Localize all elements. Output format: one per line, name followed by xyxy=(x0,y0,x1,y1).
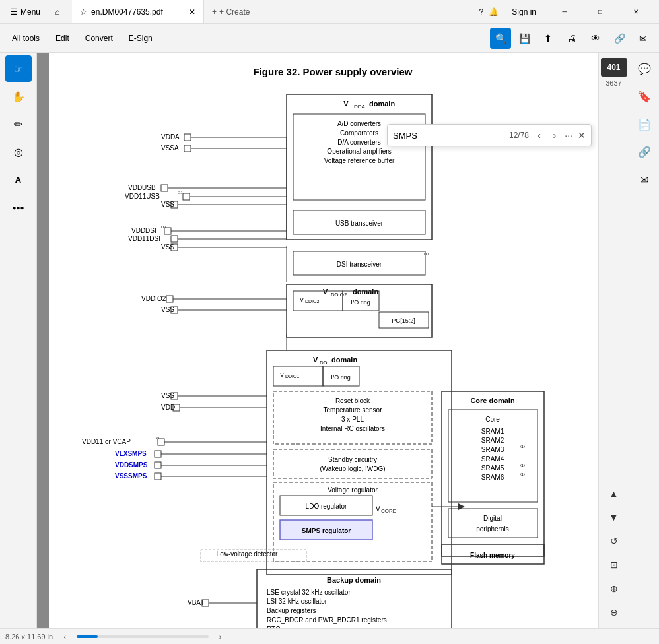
search-more-button[interactable]: ··· xyxy=(565,130,572,141)
svg-text:LDO regulator: LDO regulator xyxy=(306,503,347,510)
sign-in-button[interactable]: Sign in xyxy=(504,5,544,19)
svg-text:SRAM1: SRAM1 xyxy=(481,428,504,435)
svg-text:VLXSMPS: VLXSMPS xyxy=(115,450,147,457)
titlebar: ☰ Menu ⌂ ☆ en.DM00477635.pdf ✕ + + Creat… xyxy=(0,0,659,24)
close-button[interactable]: ✕ xyxy=(621,0,651,24)
svg-text:I/O ring: I/O ring xyxy=(351,299,370,306)
svg-rect-94 xyxy=(155,451,161,457)
svg-rect-0 xyxy=(287,94,432,240)
pages-button[interactable]: 📄 xyxy=(631,111,658,137)
svg-text:Voltage reference buffer: Voltage reference buffer xyxy=(324,157,395,164)
svg-text:Comparators: Comparators xyxy=(340,129,378,137)
refresh-button[interactable]: ↺ xyxy=(601,531,627,552)
svg-text:Voltage regulator: Voltage regulator xyxy=(328,486,378,494)
search-close-button[interactable]: ✕ xyxy=(578,130,586,141)
svg-text:Reset block: Reset block xyxy=(335,397,370,404)
svg-text:VDD11DSI: VDD11DSI xyxy=(128,235,160,242)
page-number-box: 401 xyxy=(601,58,627,77)
toolbar: All tools Edit Convert E-Sign 🔍 💾 ⬆ 🖨 👁 … xyxy=(0,24,659,53)
svg-text:Core: Core xyxy=(485,416,500,423)
svg-text:DDIO2: DDIO2 xyxy=(331,292,347,298)
active-tab[interactable]: ☆ en.DM00477635.pdf ✕ xyxy=(72,0,204,23)
share-button[interactable]: ✉ xyxy=(633,28,654,49)
svg-text:3 x PLL: 3 x PLL xyxy=(341,416,364,423)
page-nav-next[interactable]: › xyxy=(219,633,222,641)
tab-close-icon[interactable]: ✕ xyxy=(189,7,195,16)
svg-text:VDD11USB: VDD11USB xyxy=(125,193,160,200)
pan-tool[interactable]: ✋ xyxy=(5,83,32,110)
scroll-down-button[interactable]: ▼ xyxy=(601,507,627,528)
links-button[interactable]: 🔗 xyxy=(631,139,658,165)
search-prev-button[interactable]: ‹ xyxy=(534,127,544,143)
home-button[interactable]: ⌂ xyxy=(48,3,67,21)
menu-button[interactable]: ☰ Menu xyxy=(5,5,46,19)
svg-text:DDA: DDA xyxy=(354,104,366,110)
svg-text:PG[15:2]: PG[15:2] xyxy=(392,317,415,324)
svg-text:VDDDSI: VDDDSI xyxy=(131,227,156,234)
statusbar: 8.26 x 11.69 in ‹ › xyxy=(0,628,659,644)
stamp-tool[interactable]: ●●● xyxy=(5,194,32,220)
cursor-tool[interactable]: ☞ xyxy=(5,55,32,82)
print-button[interactable]: 🖨 xyxy=(561,28,582,49)
svg-text:VDDIO2: VDDIO2 xyxy=(141,295,166,302)
page-nav-prev[interactable]: ‹ xyxy=(63,633,66,641)
svg-text:DD: DD xyxy=(320,360,328,366)
link-button[interactable]: 🔗 xyxy=(609,28,630,49)
svg-text:VSS: VSS xyxy=(161,306,174,313)
comments-button[interactable]: 💬 xyxy=(631,55,658,82)
svg-text:(Wakeup logic, IWDG): (Wakeup logic, IWDG) xyxy=(320,465,385,472)
esign-button[interactable]: E-Sign xyxy=(122,31,159,46)
maximize-button[interactable]: □ xyxy=(585,0,615,24)
svg-rect-22 xyxy=(183,193,190,200)
svg-text:Internal RC oscillators: Internal RC oscillators xyxy=(320,425,385,432)
minimize-button[interactable]: ─ xyxy=(549,0,580,24)
svg-rect-100 xyxy=(155,473,161,480)
svg-text:V: V xyxy=(323,288,328,296)
svg-text:SRAM6: SRAM6 xyxy=(481,474,504,481)
search-next-button[interactable]: › xyxy=(549,127,559,143)
menu-label: Menu xyxy=(20,7,40,16)
svg-text:SRAM2: SRAM2 xyxy=(481,437,504,444)
svg-text:⁽¹⁾: ⁽¹⁾ xyxy=(520,445,525,451)
svg-text:VSS: VSS xyxy=(161,243,174,251)
search-button[interactable]: 🔍 xyxy=(490,28,511,49)
svg-text:⁽¹⁾: ⁽¹⁾ xyxy=(424,252,429,258)
svg-text:Backup registers: Backup registers xyxy=(267,607,316,614)
highlight-tool[interactable]: ◎ xyxy=(5,139,32,165)
fit-page-button[interactable]: ⊡ xyxy=(601,554,627,575)
search-input[interactable] xyxy=(393,131,504,141)
svg-text:Temperature sensor: Temperature sensor xyxy=(324,406,383,414)
save-button[interactable]: 💾 xyxy=(514,28,535,49)
pdf-area[interactable]: 12/78 ‹ › ··· ✕ Figure 32. Power supply … xyxy=(37,53,629,628)
help-icon[interactable]: ? xyxy=(479,7,484,16)
svg-text:LSI 32 kHz oscillator: LSI 32 kHz oscillator xyxy=(267,598,328,605)
svg-text:VDDUSB: VDDUSB xyxy=(128,184,156,191)
notification-icon[interactable]: 🔔 xyxy=(489,7,499,16)
svg-text:domain: domain xyxy=(353,288,378,296)
edit-button[interactable]: Edit xyxy=(49,31,76,46)
email-button[interactable]: ✉ xyxy=(631,166,658,193)
new-tab-button[interactable]: + + Create xyxy=(204,0,258,23)
reader-button[interactable]: 👁 xyxy=(585,28,606,49)
svg-text:DDIO1: DDIO1 xyxy=(285,374,300,379)
svg-text:USB transceiver: USB transceiver xyxy=(335,220,384,227)
zoom-in-button[interactable]: ⊕ xyxy=(601,578,627,599)
svg-text:Low-voltage detector: Low-voltage detector xyxy=(217,550,279,558)
svg-text:I/O ring: I/O ring xyxy=(331,374,351,381)
scroll-up-button[interactable]: ▲ xyxy=(601,483,627,504)
left-sidebar: ☞ ✋ ✏ ◎ A ●●● xyxy=(0,53,37,628)
power-supply-diagram: V DDA domain VDDA VSSA A/D converters Co… xyxy=(62,88,590,628)
select-text-tool[interactable]: A xyxy=(5,166,32,193)
diagram: V DDA domain VDDA VSSA A/D converters Co… xyxy=(62,88,604,628)
titlebar-right: ? 🔔 Sign in ─ □ ✕ xyxy=(471,0,659,24)
zoom-out-button[interactable]: ⊖ xyxy=(601,602,627,623)
svg-text:domain: domain xyxy=(369,100,395,108)
all-tools-button[interactable]: All tools xyxy=(5,31,46,46)
svg-text:V: V xyxy=(300,296,304,303)
annotate-tool[interactable]: ✏ xyxy=(5,111,32,137)
svg-rect-79 xyxy=(273,449,432,478)
convert-button[interactable]: Convert xyxy=(79,31,120,46)
upload-button[interactable]: ⬆ xyxy=(538,28,559,49)
bookmarks-button[interactable]: 🔖 xyxy=(631,83,658,110)
svg-text:VDD11 or VCAP: VDD11 or VCAP xyxy=(82,438,131,445)
